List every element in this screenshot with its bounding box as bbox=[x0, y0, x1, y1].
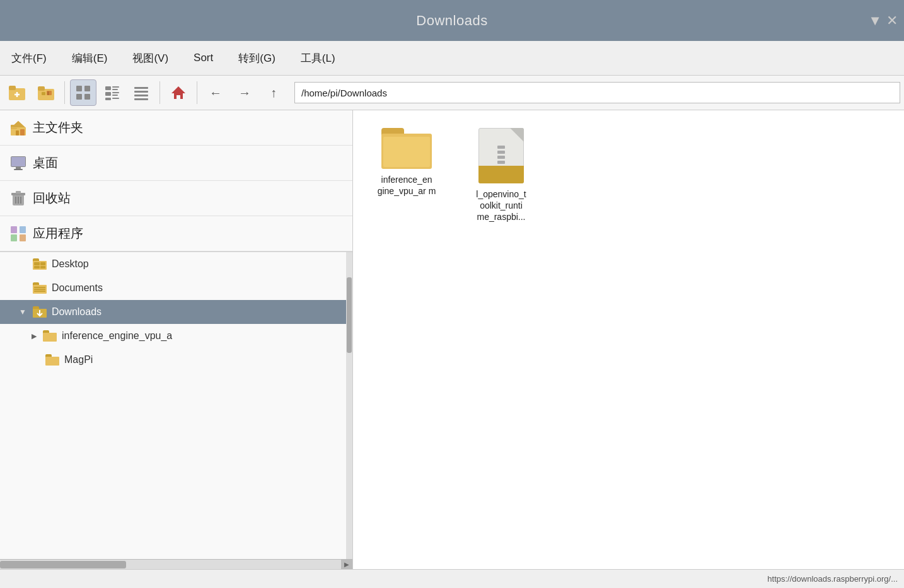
close-button[interactable]: ✕ bbox=[886, 13, 898, 29]
window-controls: ▼ ✕ bbox=[868, 13, 898, 29]
desktop-bookmark-label: 桌面 bbox=[33, 154, 58, 171]
inference-engine-file-item[interactable]: inference_en gine_vpu_ar m bbox=[366, 123, 448, 228]
trash-bookmark[interactable]: 回收站 bbox=[0, 181, 352, 216]
expand-arrow-downloads: ▼ bbox=[19, 308, 26, 316]
svg-rect-18 bbox=[112, 95, 118, 96]
downloads-folder-icon bbox=[33, 306, 47, 318]
svg-rect-6 bbox=[42, 92, 45, 95]
inference-engine-tree-item[interactable]: ▶ inference_engine_vpu_a bbox=[0, 324, 346, 348]
svg-rect-24 bbox=[134, 98, 148, 100]
svg-rect-12 bbox=[84, 94, 90, 100]
svg-rect-10 bbox=[84, 86, 90, 91]
apps-icon bbox=[10, 226, 26, 242]
desktop-tree-item[interactable]: Desktop bbox=[0, 252, 346, 276]
minimize-button[interactable]: ▼ bbox=[868, 13, 882, 29]
svg-rect-35 bbox=[14, 169, 23, 170]
inference-engine-folder-icon bbox=[381, 128, 432, 169]
window-title: Downloads bbox=[416, 13, 487, 29]
status-text: https://downloads.raspberrypi.org/... bbox=[767, 574, 898, 584]
svg-rect-22 bbox=[134, 91, 148, 93]
inference-tree-label: inference_engine_vpu_a bbox=[62, 330, 172, 342]
compact-view-button[interactable] bbox=[99, 79, 125, 106]
downloads-tree-label: Downloads bbox=[52, 306, 101, 318]
svg-rect-30 bbox=[16, 130, 19, 135]
desktop-folder-icon bbox=[33, 258, 47, 270]
home-icon bbox=[10, 120, 26, 136]
inference-folder-icon bbox=[43, 330, 57, 342]
apps-bookmark[interactable]: 应用程序 bbox=[0, 216, 352, 251]
menu-edit[interactable]: 编辑(E) bbox=[66, 47, 114, 69]
tree-scroll-wrap: Desktop D bbox=[0, 252, 352, 559]
menu-view[interactable]: 视图(V) bbox=[126, 47, 175, 69]
svg-rect-5 bbox=[38, 86, 45, 91]
svg-marker-29 bbox=[11, 121, 25, 127]
home-nav-button[interactable] bbox=[165, 79, 192, 106]
svg-rect-14 bbox=[112, 86, 119, 88]
apps-bookmark-label: 应用程序 bbox=[33, 225, 83, 242]
status-bar: https://downloads.raspberrypi.org/... bbox=[0, 569, 904, 588]
new-folder-button[interactable] bbox=[4, 79, 30, 106]
svg-rect-23 bbox=[134, 95, 148, 96]
svg-rect-1 bbox=[9, 86, 16, 90]
openvino-archive-icon bbox=[478, 128, 524, 183]
menu-sort[interactable]: Sort bbox=[187, 48, 219, 68]
menu-file[interactable]: 文件(F) bbox=[5, 47, 53, 69]
svg-rect-16 bbox=[105, 92, 111, 96]
desktop-bookmark[interactable]: 桌面 bbox=[0, 146, 352, 181]
svg-rect-13 bbox=[105, 86, 111, 90]
svg-rect-8 bbox=[47, 91, 49, 95]
svg-rect-38 bbox=[16, 191, 21, 193]
up-button[interactable]: ↑ bbox=[260, 79, 287, 106]
home-bookmark[interactable]: 主文件夹 bbox=[0, 110, 352, 146]
tree-vertical-scrollbar[interactable] bbox=[346, 252, 352, 559]
openvino-file-label: l_openvino_t oolkit_runti me_raspbi... bbox=[465, 188, 537, 223]
home-folder-button[interactable] bbox=[33, 79, 59, 106]
menu-bar: 文件(F) 编辑(E) 视图(V) Sort 转到(G) 工具(L) bbox=[0, 41, 904, 76]
title-bar: Downloads ▼ ✕ bbox=[0, 0, 904, 41]
svg-rect-43 bbox=[20, 226, 26, 233]
svg-rect-20 bbox=[112, 98, 119, 99]
downloads-tree-item[interactable]: ▼ Downloads bbox=[0, 300, 346, 324]
magpi-folder-icon bbox=[45, 354, 59, 366]
menu-tools[interactable]: 工具(L) bbox=[294, 47, 342, 69]
sidebar-hscroll-thumb[interactable] bbox=[0, 561, 126, 568]
svg-rect-11 bbox=[76, 94, 82, 100]
svg-rect-15 bbox=[112, 89, 118, 90]
home-bookmark-label: 主文件夹 bbox=[33, 119, 83, 136]
svg-rect-44 bbox=[11, 234, 17, 241]
icon-view-button[interactable] bbox=[70, 79, 96, 106]
expand-arrow-inference: ▶ bbox=[32, 332, 37, 340]
documents-folder-icon bbox=[33, 282, 47, 294]
documents-tree-item[interactable]: Documents bbox=[0, 276, 346, 300]
menu-goto[interactable]: 转到(G) bbox=[232, 47, 282, 69]
detail-view-button[interactable] bbox=[128, 79, 154, 106]
back-button[interactable]: ← bbox=[202, 79, 229, 106]
main-area: 主文件夹 桌面 bbox=[0, 110, 904, 569]
openvino-file-item[interactable]: l_openvino_t oolkit_runti me_raspbi... bbox=[460, 123, 542, 228]
magpi-tree-label: MagPi bbox=[64, 354, 93, 366]
trash-icon bbox=[10, 190, 26, 207]
svg-rect-21 bbox=[134, 87, 148, 89]
magpi-tree-item[interactable]: MagPi bbox=[0, 348, 346, 369]
bookmarks-panel: 主文件夹 桌面 bbox=[0, 110, 352, 251]
forward-button[interactable]: → bbox=[231, 79, 258, 106]
inference-engine-file-label: inference_en gine_vpu_ar m bbox=[371, 174, 443, 197]
trash-bookmark-label: 回收站 bbox=[33, 190, 71, 207]
svg-marker-25 bbox=[171, 86, 185, 99]
sidebar: 主文件夹 桌面 bbox=[0, 110, 353, 569]
svg-rect-19 bbox=[105, 98, 111, 100]
svg-rect-33 bbox=[11, 157, 25, 166]
documents-tree-label: Documents bbox=[52, 282, 103, 294]
sidebar-right-arrow[interactable]: ▶ bbox=[341, 559, 352, 569]
toolbar-sep-3 bbox=[197, 81, 197, 104]
sidebar-horizontal-scrollbar[interactable]: ▶ bbox=[0, 559, 352, 569]
svg-rect-42 bbox=[11, 226, 17, 233]
toolbar: ← → ↑ /home/pi/Downloads bbox=[0, 76, 904, 110]
tree-scrollbar-thumb[interactable] bbox=[347, 277, 352, 353]
toolbar-sep-1 bbox=[64, 81, 65, 104]
address-bar[interactable]: /home/pi/Downloads bbox=[294, 82, 900, 103]
desktop-icon bbox=[10, 155, 26, 171]
toolbar-sep-2 bbox=[159, 81, 160, 104]
file-pane: inference_en gine_vpu_ar m l_openvino_t … bbox=[353, 110, 904, 569]
svg-rect-31 bbox=[20, 129, 25, 135]
